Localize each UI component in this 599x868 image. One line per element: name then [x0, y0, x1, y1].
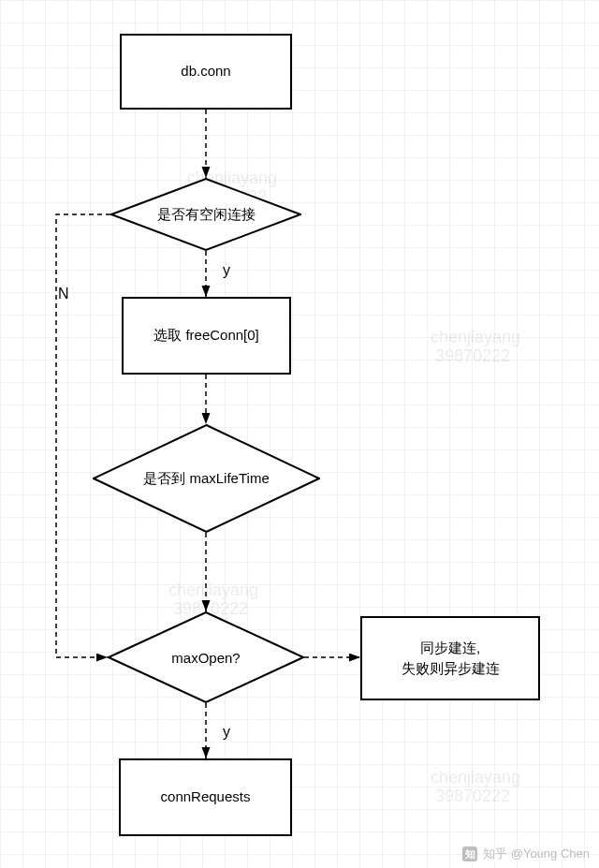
node-sync-connect: 同步建连, 失败则异步建连 — [360, 616, 540, 700]
node-connrequests: connRequests — [119, 758, 292, 836]
decision-maxopen: maxOpen? — [108, 611, 304, 703]
edge-label-yes: y — [223, 724, 230, 741]
decision-maxlifetime: 是否到 maxLifeTime — [93, 424, 320, 533]
node-label: 同步建连, 失败则异步建连 — [402, 638, 500, 680]
zhihu-icon: 知 — [462, 846, 477, 861]
node-db-conn: db.conn — [120, 34, 292, 110]
node-label: 是否到 maxLifeTime — [93, 424, 320, 533]
attribution: 知 知乎 @Young Chen — [462, 846, 590, 862]
node-label: maxOpen? — [108, 611, 304, 703]
edge-label-no: N — [58, 286, 69, 302]
node-label: 是否有空闲连接 — [110, 178, 301, 251]
attribution-text: 知乎 @Young Chen — [483, 846, 590, 862]
node-pick-freeconn: 选取 freeConn[0] — [122, 297, 291, 375]
node-label: connRequests — [161, 787, 251, 808]
decision-idle-conn: 是否有空闲连接 — [110, 178, 301, 251]
node-label: db.conn — [181, 61, 230, 82]
edge-label-yes: y — [223, 262, 230, 279]
node-label: 选取 freeConn[0] — [153, 325, 259, 346]
